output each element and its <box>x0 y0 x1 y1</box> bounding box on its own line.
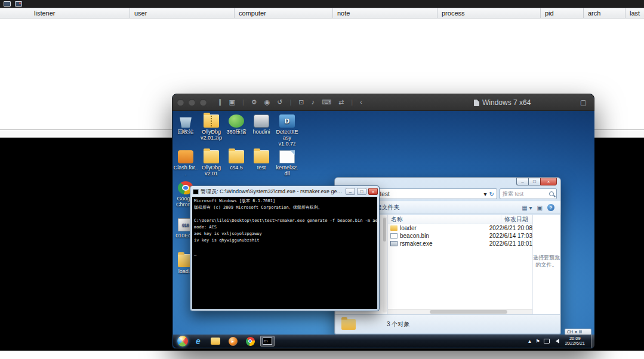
back-icon[interactable]: ‹ <box>360 99 362 106</box>
sound-icon[interactable]: ♪ <box>312 99 315 106</box>
help-icon[interactable]: ? <box>547 204 554 211</box>
desktop-icon-recycle-bin[interactable]: 回收站 <box>173 114 198 135</box>
taskbar-chrome[interactable] <box>243 336 257 346</box>
maximize-button[interactable]: □ <box>357 188 366 195</box>
folder-icon <box>204 150 219 163</box>
volume-icon[interactable] <box>553 339 559 343</box>
tray-expand-icon[interactable]: ▲ <box>528 339 532 344</box>
file-icon <box>390 233 398 239</box>
zoom-button[interactable] <box>200 99 207 106</box>
settings-icon[interactable]: ⚙ <box>251 99 257 106</box>
column-header-note[interactable]: note <box>333 8 437 18</box>
file-row-rsmaker-exe[interactable]: rsmaker.exe 2022/6/21 18:01 <box>388 240 532 247</box>
desktop-icon-kernel32[interactable]: kernel32.dll <box>275 150 300 177</box>
console-line: 版权所有 (c) 2009 Microsoft Corporation。保留所有… <box>194 205 375 211</box>
file-row-beacon-bin[interactable]: beacon.bin 2022/6/14 17:03 <box>388 232 532 240</box>
taskbar-ie[interactable]: e <box>191 336 205 346</box>
taskbar-media-player[interactable]: ▸ <box>226 336 240 346</box>
language-label[interactable]: CH <box>567 330 573 334</box>
minimize-button[interactable]: – <box>346 188 355 195</box>
detectiteasy-icon: D <box>279 114 295 128</box>
file-list[interactable]: 名称 修改日期 loader 2022/6/21 20:08 beacon.bi… <box>388 215 532 314</box>
nav-scrollbar[interactable] <box>383 216 387 312</box>
vm-titlebar[interactable]: ∥ ▣ | ⚙ ◉ ↺ | ⊡ ♪ ⌨ ⇄ | ‹ Windows 7 x64 … <box>172 94 594 111</box>
chrome-icon <box>246 337 255 346</box>
desktop-icon-label: houdini <box>249 129 274 135</box>
media-player-icon: ▸ <box>229 337 238 346</box>
preview-pane-icon[interactable]: ▣ <box>537 205 543 211</box>
keyboard-icon[interactable]: ⌨ <box>322 99 331 106</box>
search-input[interactable]: 搜索 test <box>500 188 557 199</box>
fullscreen-icon[interactable]: ▢ <box>580 98 587 107</box>
views-icon[interactable]: ▦ ▾ <box>522 205 532 211</box>
horizontal-scrollbar[interactable] <box>388 309 532 314</box>
file-row-loader[interactable]: loader 2022/6/21 20:08 <box>388 224 532 232</box>
file-icon <box>279 150 295 163</box>
360zip-icon <box>229 114 244 128</box>
clash-icon <box>178 150 193 163</box>
network-icon[interactable] <box>544 339 550 343</box>
column-header-user[interactable]: user <box>130 8 235 18</box>
close-button[interactable]: × <box>540 178 557 185</box>
desktop-icon-label: Clash.for... <box>173 165 198 177</box>
console-line <box>194 211 375 218</box>
dropdown-icon[interactable]: ▾ <box>484 191 487 197</box>
console-line: aes key is vxljsoyolzpgawuy <box>194 231 375 237</box>
application-icon <box>390 241 398 246</box>
share-icon[interactable]: ⇄ <box>338 99 344 106</box>
scrollbar-thumb[interactable] <box>430 310 507 314</box>
desktop-icon-360zip[interactable]: 360压缩 <box>224 114 249 135</box>
column-header-arch[interactable]: arch <box>584 8 625 18</box>
column-header-name[interactable]: 名称 <box>388 215 501 224</box>
column-header-computer[interactable]: computer <box>235 8 333 18</box>
file-date: 2022/6/21 20:08 <box>489 225 532 231</box>
houdini-icon <box>254 114 269 128</box>
close-button[interactable]: × <box>368 188 378 195</box>
cmd-icon: C:\ <box>263 338 272 345</box>
cmd-title: 管理员: C:\Windows\System32\cmd.exe - rsmak… <box>201 188 344 196</box>
minimize-button[interactable]: – <box>516 178 528 185</box>
snapshot-icon[interactable]: ◉ <box>264 99 270 106</box>
action-center-icon[interactable]: ⚑ <box>535 339 540 344</box>
taskbar-cmd-active[interactable]: C:\ <box>260 336 275 346</box>
close-button[interactable] <box>177 99 184 106</box>
taskbar-explorer[interactable] <box>208 336 223 346</box>
folder-icon <box>341 319 356 330</box>
toolbar-divider: | <box>289 99 291 106</box>
scrollbar-thumb[interactable] <box>383 218 386 242</box>
desktop-icon-test[interactable]: test <box>249 150 274 171</box>
desktop-icon-detectiteasy[interactable]: D DetectItEasy v1.0.7z <box>275 114 300 147</box>
cmd-titlebar[interactable]: 管理员: C:\Windows\System32\cmd.exe - rsmak… <box>190 186 379 196</box>
desktop-icon-clash[interactable]: Clash.for... <box>173 150 198 177</box>
desktop-icon-cs45[interactable]: cs4.5 <box>224 150 249 171</box>
desktop-icon-label: OllyDbg v2.01.zip <box>199 129 224 141</box>
dropdown-icon[interactable]: ▾ <box>575 330 577 335</box>
restore-icon[interactable]: ↺ <box>277 99 282 106</box>
column-header-date[interactable]: 修改日期 <box>501 215 532 224</box>
show-desktop-button[interactable] <box>591 335 594 348</box>
windows-desktop[interactable]: 回收站 OllyDbg v2.01.zip 360压缩 houdini D De… <box>173 111 594 336</box>
column-header-pid[interactable]: pid <box>541 8 584 18</box>
session-icon[interactable] <box>15 1 22 7</box>
column-header-process[interactable]: process <box>437 8 541 18</box>
console-output[interactable]: Microsoft Windows [版本 6.1.7601] 版权所有 (c)… <box>192 197 377 309</box>
displays-icon[interactable]: ▣ <box>229 99 235 106</box>
minimize-button[interactable] <box>189 99 195 106</box>
desktop-icon-ollydbg-zip[interactable]: OllyDbg v2.01.zip <box>199 114 224 141</box>
language-options-icon[interactable] <box>579 330 582 333</box>
desktop-icon-houdini[interactable]: houdini <box>249 114 274 135</box>
desktop-icon-ollydbg[interactable]: OllyDbg v2.01 <box>199 150 224 177</box>
pause-icon[interactable]: ∥ <box>218 99 222 106</box>
column-header-last[interactable]: last <box>625 8 644 18</box>
toolbar-divider: | <box>242 99 244 106</box>
beacons-table-header: listener user computer note process pid … <box>0 8 644 18</box>
address-breadcrumb[interactable]: « test ▾ ↻ <box>362 188 497 199</box>
camera-icon[interactable]: ⊡ <box>298 99 304 106</box>
refresh-icon[interactable]: ↻ <box>489 191 494 197</box>
column-header-listener[interactable]: listener <box>0 8 130 18</box>
taskbar-clock[interactable]: 20:09 2022/6/21 <box>563 336 587 346</box>
folder-icon <box>229 150 244 163</box>
maximize-button[interactable]: □ <box>528 178 540 185</box>
monitor-icon[interactable] <box>4 1 11 7</box>
start-button[interactable] <box>177 336 188 346</box>
